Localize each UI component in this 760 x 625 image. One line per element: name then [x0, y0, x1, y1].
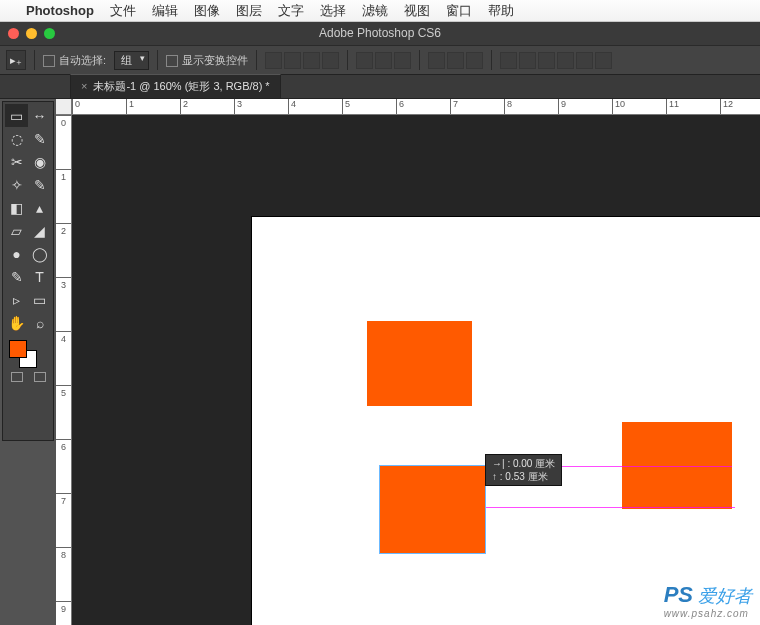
menu-app[interactable]: Photoshop [26, 3, 94, 18]
close-window-icon[interactable] [8, 28, 19, 39]
app-title: Adobe Photoshop CS6 [319, 26, 441, 40]
distribute-icon[interactable] [500, 52, 517, 69]
menu-select[interactable]: 选择 [320, 2, 346, 20]
distribute-icon[interactable] [557, 52, 574, 69]
brush-tool[interactable]: ✎ [28, 173, 51, 196]
align-group-3 [428, 52, 483, 69]
eraser-tool[interactable]: ▱ [5, 219, 28, 242]
options-bar: ▸₊ 自动选择: 组 显示变换控件 [0, 45, 760, 75]
align-icon[interactable] [394, 52, 411, 69]
document-tab-bar: ×未标题-1 @ 160% (矩形 3, RGB/8) * [0, 75, 760, 99]
separator [157, 50, 158, 70]
color-swatches[interactable] [5, 338, 51, 370]
separator [34, 50, 35, 70]
healing-tool[interactable]: ✧ [5, 173, 28, 196]
menu-type[interactable]: 文字 [278, 2, 304, 20]
distribute-icon[interactable] [576, 52, 593, 69]
blur-tool[interactable]: ● [5, 242, 28, 265]
watermark: PS 爱好者 www.psahz.com [664, 582, 752, 619]
pasteboard[interactable]: →| : 0.00 厘米 ↑ : 0.53 厘米 [72, 115, 760, 625]
show-transform-checkbox[interactable]: 显示变换控件 [166, 53, 248, 68]
align-icon[interactable] [375, 52, 392, 69]
align-icon[interactable] [322, 52, 339, 69]
hand-tool[interactable]: ✋ [5, 311, 28, 334]
distribute-icon[interactable] [519, 52, 536, 69]
path-select-tool[interactable]: ▹ [5, 288, 28, 311]
menu-edit[interactable]: 编辑 [152, 2, 178, 20]
canvas-area[interactable]: 012345678910111213 0123456789 →| : 0.00 … [56, 99, 760, 625]
tab-title: 未标题-1 @ 160% (矩形 3, RGB/8) * [93, 80, 269, 92]
quick-select-tool[interactable]: ✎ [28, 127, 51, 150]
mode-icons [5, 372, 51, 382]
align-icon[interactable] [466, 52, 483, 69]
menu-window[interactable]: 窗口 [446, 2, 472, 20]
align-icon[interactable] [284, 52, 301, 69]
quickmask-icon[interactable] [11, 372, 23, 382]
foreground-color[interactable] [9, 340, 27, 358]
separator [419, 50, 420, 70]
current-tool-icon[interactable]: ▸₊ [6, 50, 26, 70]
close-tab-icon[interactable]: × [81, 80, 87, 92]
ruler-origin[interactable] [56, 99, 72, 115]
align-icon[interactable] [428, 52, 445, 69]
screenmode-icon[interactable] [34, 372, 46, 382]
type-tool[interactable]: T [28, 265, 51, 288]
maximize-window-icon[interactable] [44, 28, 55, 39]
canvas[interactable]: →| : 0.00 厘米 ↑ : 0.53 厘米 [252, 217, 760, 625]
distribute-icon[interactable] [595, 52, 612, 69]
auto-select-checkbox[interactable]: 自动选择: [43, 53, 106, 68]
gradient-tool[interactable]: ◢ [28, 219, 51, 242]
smart-guide [485, 507, 735, 508]
separator [347, 50, 348, 70]
menu-image[interactable]: 图像 [194, 2, 220, 20]
separator [491, 50, 492, 70]
distribute-icon[interactable] [538, 52, 555, 69]
zoom-tool[interactable]: ⌕ [28, 311, 51, 334]
align-icon[interactable] [447, 52, 464, 69]
align-group-2 [356, 52, 411, 69]
align-icon[interactable] [303, 52, 320, 69]
history-brush-tool[interactable]: ▴ [28, 196, 51, 219]
menu-help[interactable]: 帮助 [488, 2, 514, 20]
toolbox: ▭↔ ◌✎ ✂◉ ✧✎ ◧▴ ▱◢ ●◯ ✎T ▹▭ ✋⌕ [2, 101, 54, 441]
workspace: ▭↔ ◌✎ ✂◉ ✧✎ ◧▴ ▱◢ ●◯ ✎T ▹▭ ✋⌕ 0123456789… [0, 99, 760, 625]
auto-select-dropdown[interactable]: 组 [114, 51, 149, 70]
document-tab[interactable]: ×未标题-1 @ 160% (矩形 3, RGB/8) * [70, 74, 281, 98]
menu-view[interactable]: 视图 [404, 2, 430, 20]
move-tool[interactable]: ↔ [28, 104, 51, 127]
shape-rect-1[interactable] [367, 321, 472, 406]
dodge-tool[interactable]: ◯ [28, 242, 51, 265]
shape-tool[interactable]: ▭ [28, 288, 51, 311]
separator [256, 50, 257, 70]
marquee-tool[interactable]: ▭ [5, 104, 28, 127]
stamp-tool[interactable]: ◧ [5, 196, 28, 219]
lasso-tool[interactable]: ◌ [5, 127, 28, 150]
menu-file[interactable]: 文件 [110, 2, 136, 20]
menu-layer[interactable]: 图层 [236, 2, 262, 20]
distribute-group [500, 52, 612, 69]
menu-filter[interactable]: 滤镜 [362, 2, 388, 20]
minimize-window-icon[interactable] [26, 28, 37, 39]
vertical-ruler[interactable]: 0123456789 [56, 115, 72, 625]
crop-tool[interactable]: ✂ [5, 150, 28, 173]
measurement-tooltip: →| : 0.00 厘米 ↑ : 0.53 厘米 [485, 454, 562, 486]
pen-tool[interactable]: ✎ [5, 265, 28, 288]
align-icon[interactable] [356, 52, 373, 69]
eyedropper-tool[interactable]: ◉ [28, 150, 51, 173]
align-group-1 [265, 52, 339, 69]
mac-menubar: Photoshop 文件 编辑 图像 图层 文字 选择 滤镜 视图 窗口 帮助 [0, 0, 760, 22]
horizontal-ruler[interactable]: 012345678910111213 [72, 99, 760, 115]
shape-rect-3-selected[interactable] [380, 466, 485, 553]
align-icon[interactable] [265, 52, 282, 69]
